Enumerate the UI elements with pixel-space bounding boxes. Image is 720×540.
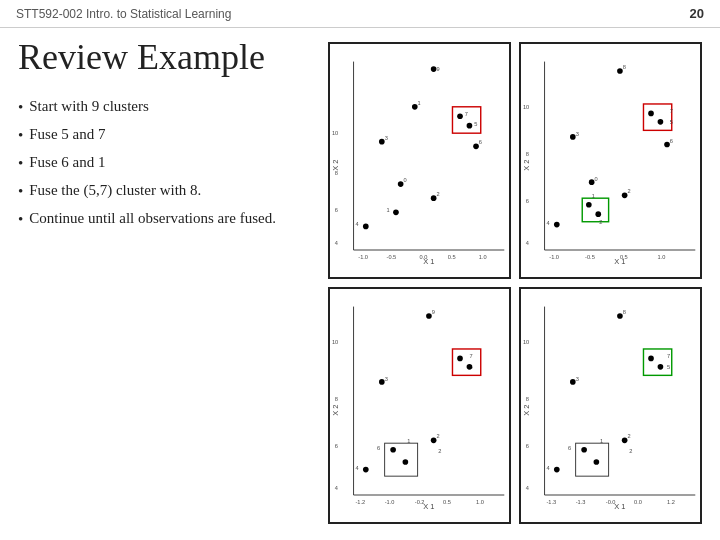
bullet-item-2: •Fuse 5 and 7 [18, 124, 318, 146]
svg-text:0.5: 0.5 [620, 254, 628, 260]
bullet-text: Fuse the (5,7) cluster with 8. [29, 180, 201, 201]
bullet-text: Fuse 5 and 7 [29, 124, 105, 145]
svg-text:1: 1 [600, 438, 603, 444]
svg-text:9: 9 [436, 66, 439, 72]
svg-point-76 [457, 356, 463, 362]
svg-text:-1.0: -1.0 [549, 254, 559, 260]
svg-point-105 [658, 364, 664, 370]
svg-text:-0.5: -0.5 [585, 254, 595, 260]
svg-point-77 [467, 364, 473, 370]
svg-text:6: 6 [526, 443, 529, 449]
svg-text:4: 4 [546, 220, 549, 226]
svg-text:4: 4 [526, 240, 529, 246]
svg-text:-1.0: -1.0 [358, 254, 368, 260]
svg-text:-0.5: -0.5 [387, 254, 397, 260]
svg-point-79 [403, 459, 409, 465]
svg-text:1: 1 [387, 207, 390, 213]
cluster-57-top-right [643, 104, 671, 130]
chart-bottom-right: X 2 X 1 -1.3 -1.3 -0.0 0.0 1.2 4 6 8 10 … [519, 287, 702, 524]
svg-text:X 1: X 1 [423, 502, 434, 511]
svg-text:1.0: 1.0 [658, 254, 666, 260]
svg-text:5: 5 [474, 121, 477, 127]
bullet-item-4: •Fuse the (5,7) cluster with 8. [18, 180, 318, 202]
svg-text:3: 3 [576, 376, 579, 382]
slide-title: Review Example [18, 38, 318, 78]
cluster-box-61 [582, 198, 608, 222]
svg-text:X 1: X 1 [614, 502, 625, 511]
chart-svg-4: X 2 X 1 -1.3 -1.3 -0.0 0.0 1.2 4 6 8 10 … [521, 289, 700, 522]
svg-text:5: 5 [670, 119, 673, 125]
svg-text:8: 8 [623, 64, 626, 70]
svg-text:10: 10 [332, 130, 338, 136]
svg-point-109 [594, 459, 600, 465]
svg-text:4: 4 [355, 221, 358, 227]
point-6 [393, 209, 399, 215]
svg-text:4: 4 [526, 485, 529, 491]
svg-text:10: 10 [332, 339, 338, 345]
slide-content: Review Example •Start with 9 clusters •F… [0, 28, 720, 536]
svg-text:6: 6 [377, 445, 380, 451]
svg-text:1: 1 [418, 100, 421, 106]
svg-text:X 2: X 2 [522, 160, 531, 171]
svg-text:8: 8 [335, 170, 338, 176]
bullet-dot: • [18, 97, 23, 118]
svg-text:-0.0: -0.0 [606, 499, 616, 505]
svg-text:0.0: 0.0 [420, 254, 428, 260]
svg-text:5: 5 [667, 364, 670, 370]
svg-text:2: 2 [627, 188, 630, 194]
svg-text:4: 4 [355, 465, 358, 471]
svg-text:8: 8 [335, 396, 338, 402]
svg-point-48 [658, 119, 664, 125]
cluster-61-br [576, 443, 609, 476]
svg-text:2: 2 [627, 433, 630, 439]
svg-text:3: 3 [385, 135, 388, 141]
point-5b [467, 123, 473, 129]
svg-text:2: 2 [438, 448, 441, 454]
svg-point-104 [648, 356, 654, 362]
svg-text:1: 1 [407, 438, 410, 444]
svg-text:10: 10 [523, 339, 529, 345]
page-number: 20 [690, 6, 704, 21]
svg-point-45 [648, 111, 654, 117]
svg-point-34 [617, 68, 623, 74]
svg-text:1.2: 1.2 [667, 499, 675, 505]
chart-top-left: X 2 X 1 -1.0 -0.5 0.0 0.5 1.0 4 6 8 10 9 [328, 42, 511, 279]
chart-bottom-left: X 2 X 1 -1.2 -1.0 -0.2 0.5 1.0 4 6 8 10 … [328, 287, 511, 524]
chart-svg-2: X 2 X 1 -1.0 -0.5 0.5 1.0 4 6 8 10 8 3 0… [521, 44, 700, 277]
svg-point-102 [554, 467, 560, 473]
svg-text:6: 6 [526, 198, 529, 204]
svg-text:-1.2: -1.2 [355, 499, 365, 505]
svg-text:-1.3: -1.3 [546, 499, 556, 505]
svg-text:2: 2 [599, 219, 602, 225]
svg-text:6: 6 [335, 207, 338, 213]
svg-text:3: 3 [576, 131, 579, 137]
svg-text:4: 4 [546, 465, 549, 471]
svg-text:0.0: 0.0 [634, 499, 642, 505]
svg-text:0: 0 [403, 177, 406, 183]
svg-text:-1.3: -1.3 [576, 499, 586, 505]
bullet-text: Start with 9 clusters [29, 96, 149, 117]
svg-text:0: 0 [594, 176, 597, 182]
svg-text:8: 8 [526, 151, 529, 157]
svg-point-72 [363, 467, 369, 473]
svg-text:1: 1 [592, 193, 595, 199]
svg-text:6: 6 [568, 445, 571, 451]
svg-text:6: 6 [479, 139, 482, 145]
bullet-dot: • [18, 181, 23, 202]
left-panel: Review Example •Start with 9 clusters •F… [18, 38, 328, 528]
svg-text:0.5: 0.5 [443, 499, 451, 505]
bullet-text: Continue until all observations are fuse… [29, 208, 276, 229]
svg-text:-1.0: -1.0 [385, 499, 395, 505]
bullet-dot: • [18, 153, 23, 174]
svg-text:2: 2 [436, 191, 439, 197]
bullet-item-1: •Start with 9 clusters [18, 96, 318, 118]
svg-text:1.0: 1.0 [476, 499, 484, 505]
cluster-61-bl [385, 443, 418, 476]
svg-text:X 2: X 2 [522, 405, 531, 416]
svg-text:X 2: X 2 [331, 405, 340, 416]
right-panel: X 2 X 1 -1.0 -0.5 0.0 0.5 1.0 4 6 8 10 9 [328, 38, 702, 528]
bullet-dot: • [18, 209, 23, 230]
svg-text:10: 10 [523, 104, 529, 110]
svg-text:2: 2 [629, 448, 632, 454]
bullet-list: •Start with 9 clusters •Fuse 5 and 7 •Fu… [18, 96, 318, 230]
